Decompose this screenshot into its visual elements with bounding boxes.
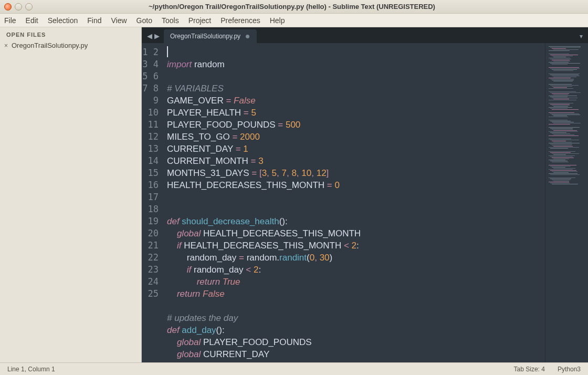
status-cursor-pos[interactable]: Line 1, Column 1: [7, 366, 55, 373]
code-scroll[interactable]: 1 2 3 4 5 6 7 8 9 10 11 12 13 14 15 16 1…: [142, 43, 588, 362]
menu-view[interactable]: View: [111, 16, 127, 25]
menu-tools[interactable]: Tools: [162, 16, 179, 25]
menu-edit[interactable]: Edit: [26, 16, 38, 25]
tab-dirty-indicator-icon: [246, 35, 249, 38]
open-file-item[interactable]: × OregonTrailSolutionpy.py: [0, 40, 141, 51]
code-content[interactable]: import random # VARIABLES GAME_OVER = Fa…: [164, 43, 545, 362]
menu-preferences[interactable]: Preferences: [220, 16, 260, 25]
sidebar: OPEN FILES × OregonTrailSolutionpy.py: [0, 27, 142, 362]
menu-find[interactable]: Find: [87, 16, 101, 25]
main-menu: File Edit Selection Find View Goto Tools…: [0, 14, 588, 27]
status-tab-size[interactable]: Tab Size: 4: [514, 366, 545, 373]
minimize-window-icon[interactable]: [15, 3, 22, 11]
tab-overflow-icon[interactable]: ▾: [574, 33, 588, 43]
line-number-gutter: 1 2 3 4 5 6 7 8 9 10 11 12 13 14 15 16 1…: [142, 43, 164, 362]
tab-nav-arrows: ◀ ▶: [145, 32, 164, 43]
menu-help[interactable]: Help: [270, 16, 285, 25]
comment-variables: # VARIABLES: [167, 84, 224, 93]
window-titlebar: ~/python/Oregon Trail/OregonTrailSolutio…: [0, 0, 588, 14]
text-cursor: [167, 46, 168, 57]
close-file-icon[interactable]: ×: [4, 42, 8, 49]
tok-import: import: [167, 59, 192, 69]
tab-oregontrail[interactable]: OregonTrailSolutionpy.py: [164, 29, 257, 43]
window-buttons: [0, 3, 33, 11]
open-file-label: OregonTrailSolutionpy.py: [12, 41, 88, 49]
maximize-window-icon[interactable]: [25, 3, 33, 11]
menu-file[interactable]: File: [4, 16, 16, 25]
nav-forward-icon[interactable]: ▶: [154, 32, 160, 40]
tab-bar: ◀ ▶ OregonTrailSolutionpy.py ▾: [142, 27, 588, 43]
status-language[interactable]: Python3: [558, 366, 581, 373]
close-window-icon[interactable]: [4, 3, 12, 11]
menu-project[interactable]: Project: [188, 16, 212, 25]
menu-selection[interactable]: Selection: [48, 16, 78, 25]
menu-goto[interactable]: Goto: [136, 16, 152, 25]
status-bar: Line 1, Column 1 Tab Size: 4 Python3: [0, 362, 588, 375]
tab-label: OregonTrailSolutionpy.py: [170, 33, 240, 40]
workspace: OPEN FILES × OregonTrailSolutionpy.py ◀ …: [0, 27, 588, 362]
window-title: ~/python/Oregon Trail/OregonTrailSolutio…: [33, 3, 551, 11]
open-files-heading: OPEN FILES: [0, 27, 141, 40]
nav-back-icon[interactable]: ◀: [147, 32, 152, 40]
editor-area: ◀ ▶ OregonTrailSolutionpy.py ▾ 1 2 3 4 5…: [142, 27, 588, 362]
minimap[interactable]: [545, 43, 588, 362]
